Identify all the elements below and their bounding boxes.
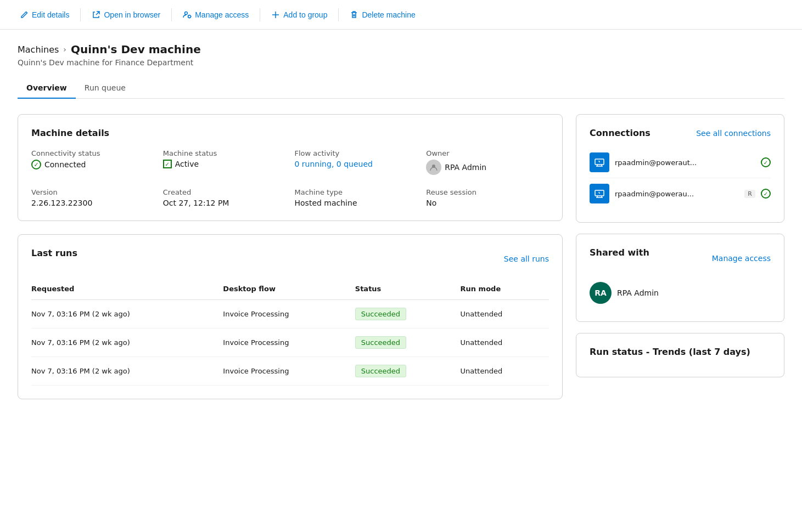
table-row: Nov 7, 03:16 PM (2 wk ago) Invoice Proce…: [31, 357, 549, 386]
cell-run-mode: Unattended: [461, 329, 549, 357]
breadcrumb-parent[interactable]: Machines: [18, 44, 59, 55]
reuse-session-value: No: [426, 199, 549, 207]
connection-icon: [590, 184, 609, 203]
version-item: Version 2.26.123.22300: [31, 188, 154, 207]
col-requested: Requested: [31, 280, 223, 300]
connectivity-status-value: ✓ Connected: [31, 160, 154, 169]
flow-activity-value: 0 running, 0 queued: [295, 160, 418, 168]
connection-name: rpaadmin@powerau...: [615, 190, 739, 198]
connectivity-status-label: Connectivity status: [31, 149, 154, 157]
edit-details-button[interactable]: Edit details: [13, 7, 76, 22]
status-badge: Succeeded: [355, 308, 406, 320]
machine-details-card: Machine details Connectivity status ✓ Co…: [18, 114, 563, 221]
delete-icon: [350, 10, 358, 19]
created-label: Created: [163, 188, 286, 196]
left-column: Machine details Connectivity status ✓ Co…: [18, 114, 563, 412]
open-in-browser-button[interactable]: Open in browser: [85, 7, 167, 22]
shared-with-header: Shared with Manage access: [590, 247, 771, 269]
status-badge: Succeeded: [355, 365, 406, 377]
cell-requested: Nov 7, 03:16 PM (2 wk ago): [31, 300, 223, 329]
cell-requested: Nov 7, 03:16 PM (2 wk ago): [31, 357, 223, 386]
shared-with-title: Shared with: [590, 247, 649, 258]
connections-title: Connections: [590, 128, 650, 138]
connections-list: rpaadmin@poweraut... ✓ rpaadmin@powerau.…: [590, 147, 771, 209]
cell-desktop-flow: Invoice Processing: [223, 357, 355, 386]
see-all-runs-link[interactable]: See all runs: [504, 254, 549, 263]
active-icon: ✓: [163, 160, 172, 168]
breadcrumb-current: Quinn's Dev machine: [71, 43, 201, 56]
cell-status: Succeeded: [355, 357, 461, 386]
cell-status: Succeeded: [355, 329, 461, 357]
add-to-group-button[interactable]: Add to group: [265, 7, 334, 22]
connection-icon: [590, 152, 609, 172]
trends-title: Run status - Trends (last 7 days): [590, 347, 771, 357]
edit-icon: [20, 10, 29, 19]
separator: [171, 8, 172, 21]
delete-machine-button[interactable]: Delete machine: [343, 7, 422, 22]
machine-type-value: Hosted machine: [295, 199, 418, 207]
open-browser-icon: [92, 10, 100, 19]
table-row: Nov 7, 03:16 PM (2 wk ago) Invoice Proce…: [31, 329, 549, 357]
shared-with-card: Shared with Manage access RA RPA Admin: [576, 234, 784, 322]
machine-status-value: ✓ Active: [163, 160, 286, 168]
add-group-icon: [271, 10, 280, 19]
version-label: Version: [31, 188, 154, 196]
cell-desktop-flow: Invoice Processing: [223, 329, 355, 357]
col-run-mode: Run mode: [461, 280, 549, 300]
owner-item: Owner RPA Admin: [426, 149, 549, 175]
flow-activity-label: Flow activity: [295, 149, 418, 157]
connection-badge: R: [744, 190, 755, 198]
reuse-session-label: Reuse session: [426, 188, 549, 196]
runs-table: Requested Desktop flow Status Run mode N…: [31, 280, 549, 386]
machine-details-grid: Connectivity status ✓ Connected Machine …: [31, 149, 549, 207]
table-header-row: Requested Desktop flow Status Run mode: [31, 280, 549, 300]
svg-point-12: [599, 161, 600, 162]
separator: [338, 8, 339, 21]
machine-status-item: Machine status ✓ Active: [163, 149, 286, 175]
page-description: Quinn's Dev machine for Finance Departme…: [18, 58, 784, 67]
cell-requested: Nov 7, 03:16 PM (2 wk ago): [31, 329, 223, 357]
owner-avatar: [426, 160, 441, 175]
breadcrumb: Machines › Quinn's Dev machine: [18, 43, 784, 56]
machine-details-title: Machine details: [31, 128, 549, 138]
trends-card: Run status - Trends (last 7 days): [576, 333, 784, 377]
created-value: Oct 27, 12:12 PM: [163, 199, 286, 207]
user-avatar: RA: [590, 282, 612, 304]
connections-header: Connections See all connections: [590, 128, 771, 138]
last-runs-header: Last runs See all runs: [31, 248, 549, 269]
connections-card: Connections See all connections rpaadmin…: [576, 114, 784, 223]
cell-status: Succeeded: [355, 300, 461, 329]
cell-desktop-flow: Invoice Processing: [223, 300, 355, 329]
tab-run-queue[interactable]: Run queue: [76, 78, 134, 99]
shared-users-list: RA RPA Admin: [590, 278, 771, 308]
main-layout: Machine details Connectivity status ✓ Co…: [18, 114, 784, 412]
reuse-session-item: Reuse session No: [426, 188, 549, 207]
table-row: Nov 7, 03:16 PM (2 wk ago) Invoice Proce…: [31, 300, 549, 329]
tabs: Overview Run queue: [18, 78, 784, 99]
connection-status-icon: ✓: [761, 157, 771, 167]
svg-line-11: [598, 161, 599, 161]
svg-line-17: [598, 192, 599, 193]
status-badge: Succeeded: [355, 336, 406, 349]
version-value: 2.26.123.22300: [31, 199, 154, 207]
see-all-connections-link[interactable]: See all connections: [696, 129, 771, 138]
toolbar: Edit details Open in browser Manage acce…: [0, 0, 802, 30]
manage-access-button[interactable]: Manage access: [176, 7, 255, 22]
connected-icon: ✓: [31, 160, 41, 169]
separator: [80, 8, 81, 21]
shared-user-item: RA RPA Admin: [590, 278, 771, 308]
col-desktop-flow: Desktop flow: [223, 280, 355, 300]
created-item: Created Oct 27, 12:12 PM: [163, 188, 286, 207]
owner-label: Owner: [426, 149, 549, 157]
right-panel: Connections See all connections rpaadmin…: [576, 114, 784, 412]
flow-activity-item: Flow activity 0 running, 0 queued: [295, 149, 418, 175]
user-name: RPA Admin: [617, 288, 659, 297]
connection-item: rpaadmin@poweraut... ✓: [590, 147, 771, 178]
svg-point-0: [185, 12, 188, 14]
tab-overview[interactable]: Overview: [18, 78, 76, 99]
col-status: Status: [355, 280, 461, 300]
machine-status-label: Machine status: [163, 149, 286, 157]
manage-access-link[interactable]: Manage access: [712, 254, 771, 263]
owner-value: RPA Admin: [426, 160, 549, 175]
cell-run-mode: Unattended: [461, 357, 549, 386]
